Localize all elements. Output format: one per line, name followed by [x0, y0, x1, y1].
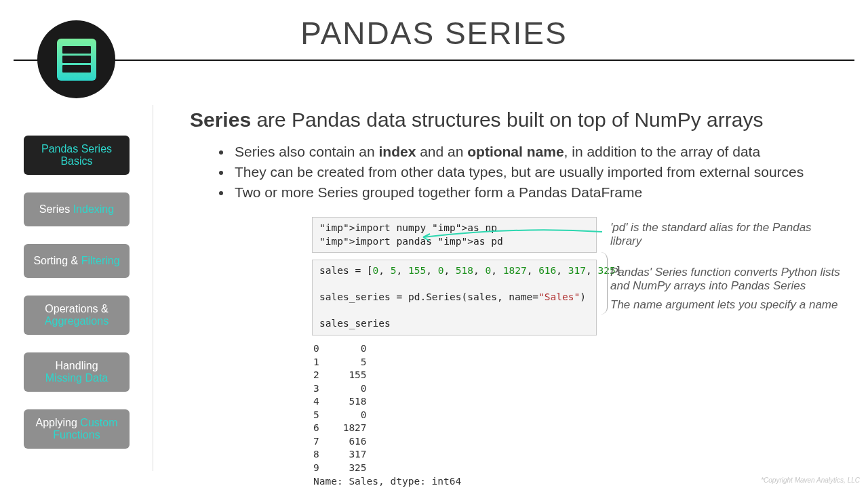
nav-sorting-filtering[interactable]: Sorting & Filtering — [24, 244, 130, 278]
nav-handling-missing-data[interactable]: HandlingMissing Data — [24, 352, 130, 392]
arrow-icon — [420, 229, 604, 241]
annotation-series-fn: Pandas' Series function converts Python … — [610, 266, 841, 293]
nav-pandas-series-basics[interactable]: Pandas SeriesBasics — [24, 136, 130, 175]
brace-icon — [598, 252, 608, 314]
main-content: Series are Pandas data structures built … — [190, 108, 841, 488]
code-area: "imp">import numpy "imp">as np "imp">imp… — [312, 217, 841, 488]
nav-applying-custom-functions[interactable]: Applying CustomFunctions — [24, 409, 130, 449]
nav-series-indexing[interactable]: Series Indexing — [24, 192, 130, 226]
bullet-1: Series also contain an index and an opti… — [232, 144, 841, 160]
nav-operations-aggregations[interactable]: Operations &Aggregations — [24, 296, 130, 335]
sidebar: Pandas SeriesBasics Series Indexing Sort… — [24, 136, 130, 466]
page-title: PANDAS SERIES — [0, 0, 868, 52]
header: PANDAS SERIES — [0, 0, 868, 61]
annotation-alias: 'pd' is the standard alias for the Panda… — [610, 221, 841, 248]
bullet-2: They can be created from other data type… — [232, 164, 841, 180]
annotation-name-arg: The name argument lets you specify a nam… — [610, 298, 841, 312]
logo-icon — [57, 39, 96, 81]
bullet-3: Two or more Series grouped together form… — [232, 184, 841, 201]
vertical-divider — [153, 105, 153, 471]
code-cell-series: sales = [0, 5, 155, 0, 518, 0, 1827, 616… — [312, 260, 597, 336]
header-rule — [14, 59, 854, 61]
copyright: *Copyright Maven Analytics, LLC — [761, 476, 860, 484]
code-output: 0 0 1 5 2 155 3 0 4 518 5 0 6 1827 7 616… — [313, 342, 841, 488]
bullet-list: Series also contain an index and an opti… — [232, 144, 841, 201]
logo — [37, 20, 115, 98]
headline: Series are Pandas data structures built … — [190, 108, 841, 131]
